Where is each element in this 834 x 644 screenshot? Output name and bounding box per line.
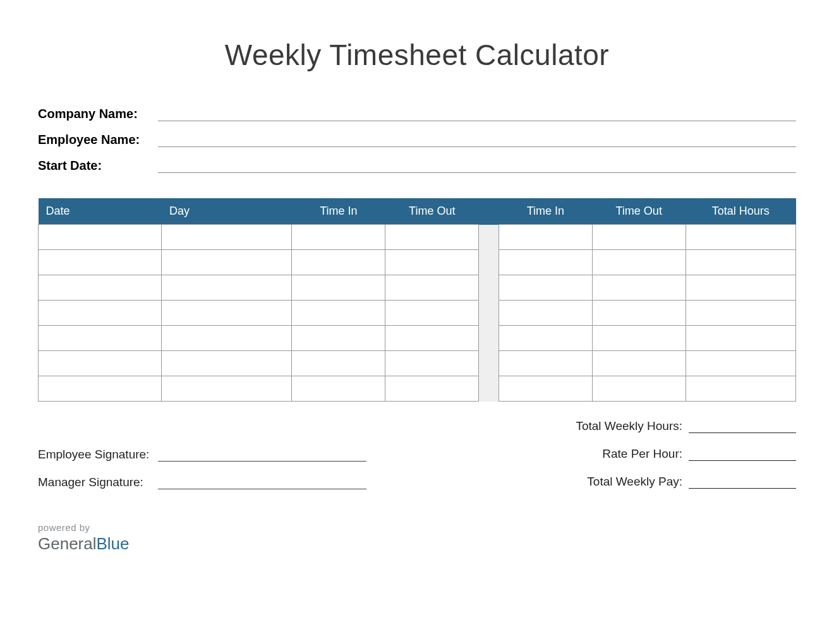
cell-input[interactable] (686, 301, 795, 326)
total-weekly-hours-line[interactable] (689, 420, 796, 433)
cell-input[interactable] (292, 351, 385, 376)
cell-input[interactable] (292, 275, 385, 301)
brand-general: General (38, 534, 97, 553)
header-time-out-1: Time Out (385, 198, 479, 225)
rate-per-hour-label: Rate Per Hour: (602, 447, 689, 461)
cell-input[interactable] (39, 225, 162, 250)
cell-input[interactable] (385, 275, 479, 301)
timesheet-document: Weekly Timesheet Calculator Company Name… (0, 0, 834, 579)
cell-input[interactable] (686, 225, 795, 250)
header-gap (479, 198, 499, 225)
header-total-hours: Total Hours (686, 198, 795, 225)
cell-input[interactable] (39, 250, 162, 275)
totals-block: Total Weekly Hours: Rate Per Hour: Total… (569, 419, 796, 503)
cell-input[interactable] (385, 250, 479, 275)
cell-input[interactable] (499, 326, 592, 351)
signature-block: Employee Signature: Manager Signature: (38, 419, 366, 503)
cell-input[interactable] (686, 376, 795, 402)
cell-input[interactable] (39, 351, 162, 376)
manager-signature-label: Manager Signature: (38, 475, 158, 489)
cell-gap (479, 301, 499, 326)
table-row (39, 351, 796, 376)
header-time-out-2: Time Out (592, 198, 686, 225)
page-title: Weekly Timesheet Calculator (38, 38, 796, 72)
cell-input[interactable] (292, 250, 385, 275)
cell-input[interactable] (592, 301, 686, 326)
company-name-label: Company Name: (38, 107, 158, 121)
timesheet-tbody (39, 225, 796, 402)
cell-input[interactable] (162, 225, 292, 250)
cell-input[interactable] (162, 326, 292, 351)
bottom-section: Employee Signature: Manager Signature: T… (38, 419, 796, 503)
cell-input[interactable] (686, 326, 795, 351)
cell-input[interactable] (592, 275, 686, 301)
cell-input[interactable] (686, 275, 795, 301)
total-weekly-pay-line[interactable] (689, 476, 796, 489)
cell-input[interactable] (686, 351, 795, 376)
footer-logo: powered by GeneralBlue (38, 522, 796, 554)
total-weekly-hours-row: Total Weekly Hours: (569, 419, 796, 433)
cell-input[interactable] (385, 351, 479, 376)
brand-blue: Blue (97, 534, 130, 553)
cell-input[interactable] (39, 301, 162, 326)
employee-signature-row: Employee Signature: (38, 448, 366, 462)
table-row (39, 301, 796, 326)
cell-gap (479, 326, 499, 351)
cell-input[interactable] (39, 326, 162, 351)
manager-signature-line[interactable] (158, 477, 366, 489)
timesheet-table: Date Day Time In Time Out Time In Time O… (38, 198, 796, 402)
cell-input[interactable] (39, 376, 162, 402)
total-weekly-hours-label: Total Weekly Hours: (576, 419, 689, 433)
cell-input[interactable] (292, 326, 385, 351)
cell-input[interactable] (162, 275, 292, 301)
start-date-label: Start Date: (38, 158, 158, 173)
cell-input[interactable] (592, 326, 686, 351)
powered-by-text: powered by (38, 522, 796, 533)
header-date: Date (39, 198, 162, 225)
cell-input[interactable] (686, 250, 795, 275)
cell-input[interactable] (499, 376, 592, 402)
cell-input[interactable] (499, 351, 592, 376)
table-row (39, 326, 796, 351)
total-weekly-pay-label: Total Weekly Pay: (587, 475, 689, 489)
cell-input[interactable] (592, 351, 686, 376)
cell-input[interactable] (385, 225, 479, 250)
cell-input[interactable] (385, 376, 479, 402)
cell-input[interactable] (592, 250, 686, 275)
employee-name-row: Employee Name: (38, 133, 796, 147)
company-name-input-line[interactable] (158, 107, 796, 121)
cell-input[interactable] (162, 351, 292, 376)
cell-input[interactable] (162, 376, 292, 402)
table-row (39, 376, 796, 402)
brand-name: GeneralBlue (38, 534, 796, 554)
table-header-row: Date Day Time In Time Out Time In Time O… (39, 198, 796, 225)
cell-input[interactable] (292, 376, 385, 402)
company-name-row: Company Name: (38, 107, 796, 121)
cell-input[interactable] (162, 250, 292, 275)
employee-signature-line[interactable] (158, 449, 366, 462)
employee-name-input-line[interactable] (158, 133, 796, 147)
cell-input[interactable] (499, 275, 592, 301)
header-day: Day (162, 198, 292, 225)
cell-input[interactable] (385, 326, 479, 351)
cell-input[interactable] (385, 301, 479, 326)
cell-input[interactable] (292, 225, 385, 250)
cell-input[interactable] (592, 225, 686, 250)
cell-gap (479, 376, 499, 402)
start-date-input-line[interactable] (158, 159, 796, 173)
rate-per-hour-line[interactable] (689, 448, 796, 461)
total-weekly-pay-row: Total Weekly Pay: (569, 475, 796, 489)
cell-input[interactable] (162, 301, 292, 326)
cell-input[interactable] (592, 376, 686, 402)
manager-signature-row: Manager Signature: (38, 475, 366, 489)
cell-gap (479, 225, 499, 250)
cell-input[interactable] (499, 250, 592, 275)
employee-name-label: Employee Name: (38, 133, 158, 147)
header-time-in-2: Time In (499, 198, 592, 225)
cell-input[interactable] (39, 275, 162, 301)
cell-input[interactable] (499, 225, 592, 250)
cell-input[interactable] (499, 301, 592, 326)
cell-gap (479, 250, 499, 275)
cell-input[interactable] (292, 301, 385, 326)
rate-per-hour-row: Rate Per Hour: (569, 447, 796, 461)
